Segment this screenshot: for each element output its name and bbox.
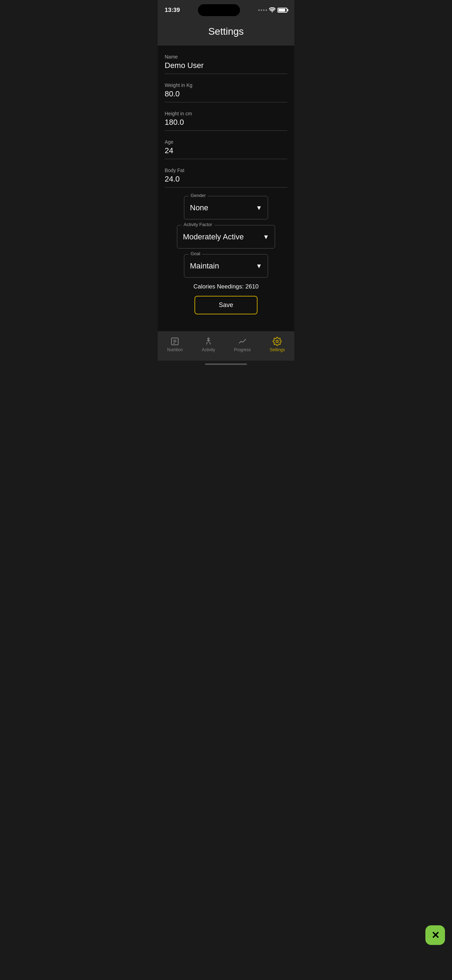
nutrition-icon <box>170 337 180 346</box>
nav-item-progress[interactable]: Progress <box>230 336 255 354</box>
signal-icon <box>258 10 267 11</box>
progress-icon <box>238 337 247 346</box>
age-input[interactable] <box>165 146 287 159</box>
wifi-icon <box>269 7 275 13</box>
svg-rect-0 <box>172 338 179 345</box>
status-bar: 13:39 <box>158 0 294 19</box>
home-indicator <box>158 361 294 368</box>
activity-select[interactable]: Sedentary Lightly Active Moderately Acti… <box>177 225 275 248</box>
svg-point-9 <box>276 340 279 343</box>
battery-icon <box>277 8 287 13</box>
nav-label-progress: Progress <box>234 347 251 352</box>
goal-wrapper: Goal Maintain Lose Weight Gain Weight ▼ <box>184 254 268 278</box>
weight-label: Weight in Kg <box>165 83 287 88</box>
nav-item-settings[interactable]: Settings <box>266 336 289 354</box>
dynamic-island <box>198 4 240 16</box>
status-indicators <box>258 7 287 13</box>
svg-line-7 <box>206 342 207 345</box>
page-title: Settings <box>158 26 294 37</box>
calories-display: Calories Needings: 2610 <box>165 283 287 290</box>
nav-item-nutrition[interactable]: Nutrition <box>163 336 187 354</box>
weight-field: Weight in Kg <box>165 83 287 102</box>
body-fat-input[interactable] <box>165 175 287 188</box>
name-label: Name <box>165 54 287 60</box>
body-fat-label: Body Fat <box>165 167 287 173</box>
save-button[interactable]: Save <box>194 296 258 314</box>
weight-input[interactable] <box>165 89 287 102</box>
bottom-navigation: Nutrition Activity Progress Settings <box>158 331 294 361</box>
age-field: Age <box>165 139 287 159</box>
gender-legend: Gender <box>188 193 208 198</box>
activity-wrapper: Activity Factor Sedentary Lightly Active… <box>177 225 275 248</box>
nav-label-nutrition: Nutrition <box>167 347 183 352</box>
nav-label-activity: Activity <box>202 347 215 352</box>
status-time: 13:39 <box>165 7 180 14</box>
height-input[interactable] <box>165 118 287 131</box>
gender-wrapper: Gender None Male Female ▼ <box>184 196 268 220</box>
name-input[interactable] <box>165 61 287 74</box>
settings-gear-icon <box>272 337 282 346</box>
activity-icon <box>204 337 213 346</box>
activity-container: Activity Factor Sedentary Lightly Active… <box>165 225 287 248</box>
name-field: Name <box>165 54 287 74</box>
gender-select[interactable]: None Male Female <box>184 196 268 219</box>
activity-legend: Activity Factor <box>181 222 215 227</box>
save-btn-container: Save <box>165 296 287 314</box>
nav-item-activity[interactable]: Activity <box>197 336 220 354</box>
page-header: Settings <box>158 19 294 46</box>
gender-container: Gender None Male Female ▼ <box>165 196 287 220</box>
svg-line-8 <box>210 342 210 345</box>
nav-label-settings: Settings <box>270 347 285 352</box>
body-fat-field: Body Fat <box>165 167 287 188</box>
age-label: Age <box>165 139 287 145</box>
main-content: Name Weight in Kg Height in cm Age Body … <box>158 46 294 331</box>
home-bar <box>205 363 247 365</box>
height-field: Height in cm <box>165 111 287 131</box>
goal-select[interactable]: Maintain Lose Weight Gain Weight <box>184 255 268 277</box>
svg-point-4 <box>207 338 209 339</box>
height-label: Height in cm <box>165 111 287 116</box>
goal-legend: Goal <box>188 251 202 256</box>
goal-container: Goal Maintain Lose Weight Gain Weight ▼ <box>165 254 287 278</box>
